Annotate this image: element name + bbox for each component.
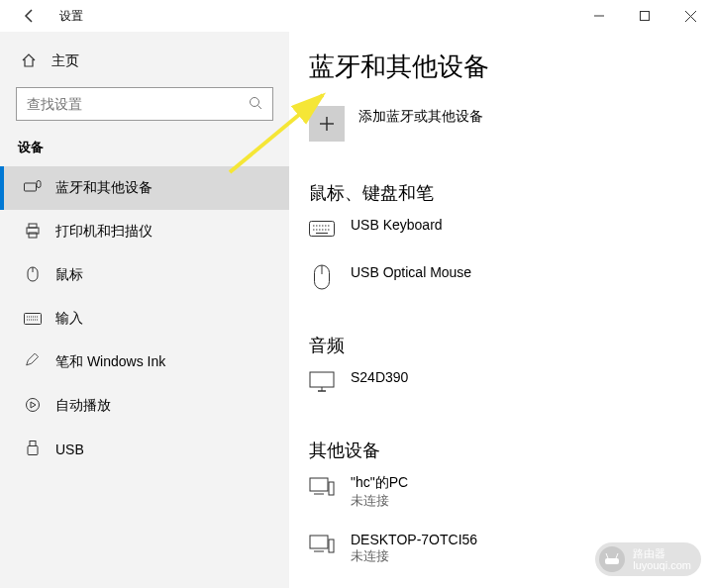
sidebar-item-autoplay[interactable]: 自动播放 xyxy=(0,384,289,428)
svg-rect-31 xyxy=(329,482,334,495)
svg-point-4 xyxy=(251,97,259,106)
svg-line-5 xyxy=(258,105,262,109)
sidebar-item-label: 蓝牙和其他设备 xyxy=(55,179,153,197)
watermark-sub: luyouqi.com xyxy=(633,559,691,571)
sidebar-group-label: 设备 xyxy=(0,131,289,166)
sidebar-item-printers[interactable]: 打印机和扫描仪 xyxy=(0,210,289,253)
pen-icon xyxy=(22,353,44,372)
maximize-icon xyxy=(640,11,650,21)
device-name: DESKTOP-7OTCI56 xyxy=(351,532,477,547)
device-row[interactable]: USB Keyboard xyxy=(309,217,701,243)
mouse-icon xyxy=(309,264,335,290)
svg-rect-18 xyxy=(28,445,38,454)
sidebar-item-pen[interactable]: 笔和 Windows Ink xyxy=(0,341,289,384)
svg-rect-9 xyxy=(29,224,37,228)
svg-rect-30 xyxy=(310,478,328,491)
search-input[interactable] xyxy=(16,87,273,121)
add-device-label: 添加蓝牙或其他设备 xyxy=(358,108,483,126)
svg-rect-1 xyxy=(641,12,650,21)
arrow-left-icon xyxy=(22,8,38,24)
titlebar: 设置 xyxy=(0,0,713,32)
section-title: 音频 xyxy=(309,334,701,357)
usb-icon xyxy=(22,441,44,459)
sidebar-item-typing[interactable]: 输入 xyxy=(0,297,289,341)
device-name: USB Optical Mouse xyxy=(351,264,471,280)
sidebar-home[interactable]: 主页 xyxy=(0,42,289,81)
svg-line-38 xyxy=(606,553,608,558)
watermark: 路由器 luyouqi.com xyxy=(595,542,701,576)
device-name: "hc"的PC xyxy=(351,474,408,492)
sidebar-home-label: 主页 xyxy=(51,52,79,70)
section-title: 其他设备 xyxy=(309,439,701,462)
window-controls xyxy=(576,0,713,32)
printer-icon xyxy=(22,223,44,242)
search-icon xyxy=(247,96,264,113)
content: 蓝牙和其他设备 添加蓝牙或其他设备 鼠标、键盘和笔 USB Keyboard xyxy=(289,32,713,588)
device-name: USB Keyboard xyxy=(351,217,443,233)
sidebar: 主页 设备 蓝牙和其他设备 打印机和扫描仪 xyxy=(0,32,289,588)
sidebar-item-label: USB xyxy=(55,441,84,457)
device-row[interactable]: USB Optical Mouse xyxy=(309,264,701,290)
svg-rect-17 xyxy=(30,441,36,445)
svg-rect-37 xyxy=(605,558,619,564)
sidebar-item-label: 打印机和扫描仪 xyxy=(55,223,153,241)
monitor-icon xyxy=(309,369,335,395)
pc-icon xyxy=(309,532,335,557)
plus-icon xyxy=(309,106,345,142)
sidebar-item-label: 自动播放 xyxy=(55,397,111,415)
sidebar-item-label: 输入 xyxy=(55,310,83,328)
maximize-button[interactable] xyxy=(622,0,667,32)
close-icon xyxy=(685,11,696,22)
svg-line-39 xyxy=(616,553,618,558)
sidebar-item-mouse[interactable]: 鼠标 xyxy=(0,253,289,297)
keyboard-mouse-icon xyxy=(22,180,44,197)
svg-rect-7 xyxy=(37,180,41,187)
svg-rect-33 xyxy=(310,536,328,548)
back-button[interactable] xyxy=(18,4,42,28)
sidebar-item-usb[interactable]: USB xyxy=(0,428,289,471)
home-icon xyxy=(18,52,40,71)
sidebar-item-bluetooth[interactable]: 蓝牙和其他设备 xyxy=(0,166,289,210)
keyboard-icon xyxy=(309,217,335,243)
svg-rect-34 xyxy=(329,539,334,552)
close-button[interactable] xyxy=(667,0,713,32)
device-status: 未连接 xyxy=(351,492,408,510)
section-title: 鼠标、键盘和笔 xyxy=(309,181,701,205)
autoplay-icon xyxy=(22,397,44,416)
device-status: 未连接 xyxy=(351,547,477,565)
svg-rect-21 xyxy=(310,222,335,237)
device-row[interactable]: "hc"的PC 未连接 xyxy=(309,474,701,510)
typing-icon xyxy=(22,311,44,328)
section-input-devices: 鼠标、键盘和笔 USB Keyboard USB Optical Mouse xyxy=(309,181,701,312)
device-row[interactable]: S24D390 xyxy=(309,369,701,395)
device-name: S24D390 xyxy=(351,369,408,385)
watermark-name: 路由器 xyxy=(633,547,691,559)
minimize-icon xyxy=(594,11,604,21)
pc-icon xyxy=(309,474,335,500)
mouse-icon xyxy=(22,266,44,285)
svg-rect-6 xyxy=(25,183,37,191)
sections: 鼠标、键盘和笔 USB Keyboard USB Optical Mouse 音… xyxy=(309,181,701,588)
sidebar-item-label: 鼠标 xyxy=(55,266,83,284)
minimize-button[interactable] xyxy=(576,0,622,32)
window-title: 设置 xyxy=(59,8,83,25)
add-device-button[interactable]: 添加蓝牙或其他设备 xyxy=(309,106,701,142)
svg-rect-13 xyxy=(25,313,42,324)
svg-point-16 xyxy=(27,398,40,411)
section-audio: 音频 S24D390 xyxy=(309,334,701,417)
router-logo-icon xyxy=(599,546,625,572)
sidebar-item-label: 笔和 Windows Ink xyxy=(55,353,165,371)
layout: 主页 设备 蓝牙和其他设备 打印机和扫描仪 xyxy=(0,32,713,588)
page-title: 蓝牙和其他设备 xyxy=(309,49,701,84)
search-wrap xyxy=(0,81,289,131)
svg-rect-27 xyxy=(310,372,334,387)
search-field[interactable] xyxy=(27,96,247,112)
